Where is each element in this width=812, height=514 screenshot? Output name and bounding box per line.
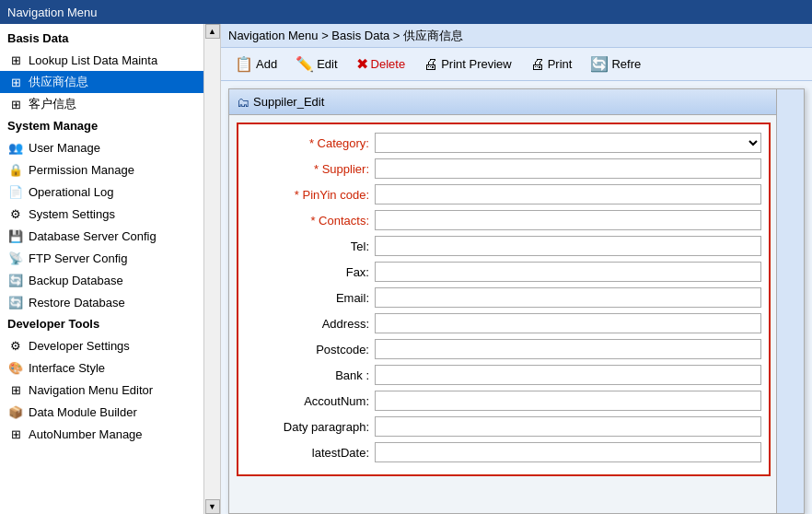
form-input-6[interactable] [375,287,761,308]
sidebar-item-operational_log[interactable]: 📄Operational Log [0,181,203,203]
sidebar-item-label: Lookup List Data Mainta [29,53,157,67]
sidebar-item-permission_manage[interactable]: 🔒Permission Manage [0,158,203,181]
toolbar-btn-label-refresh: Refre [611,57,641,71]
sidebar-item-icon: ⊞ [7,96,24,112]
sidebar-item-ftp_server[interactable]: 📡FTP Server Config [0,247,203,269]
form-row-4: Tel: [246,235,761,257]
form-input-2[interactable] [375,184,761,204]
panel-icon: 🗂 [237,95,249,110]
toolbar-btn-label-add: Add [256,57,277,71]
form-input-9[interactable] [375,365,761,385]
form-row-1: * Supplier: [246,158,761,180]
sidebar-item-icon: ⚙ [7,337,24,354]
sidebar-item-lookup[interactable]: ⊞Lookup List Data Mainta [0,49,203,71]
sidebar-item-label: Permission Manage [29,163,134,177]
toolbar-btn-edit[interactable]: ✏️Edit [287,52,345,76]
form-row-7: Address: [246,312,761,334]
form-row-3: * Contacts: [246,209,761,231]
sidebar-item-db_server[interactable]: 💾Database Server Config [0,225,203,247]
sidebar-item-icon: 🔒 [7,161,24,178]
panel-title-text: Suppiler_Edit [253,95,324,109]
sidebar-item-icon: 💾 [7,228,24,244]
form-label-5: Fax: [246,265,375,279]
toolbar-btn-icon-edit: ✏️ [296,55,314,73]
header-title: Navigation Menu [7,6,98,19]
toolbar-btn-label-delete: Delete [371,57,406,71]
form-input-11[interactable] [375,416,761,437]
toolbar-btn-print_preview[interactable]: 🖨Print Preview [415,53,520,76]
panel-area: 🗂 Suppiler_Edit ✕ * Category:* Supplier:… [221,81,812,514]
sidebar-item-icon: 🔄 [7,272,24,288]
scroll-down-arrow[interactable]: ▼ [205,499,220,514]
content-area: Navigation Menu > Basis Data > 供应商信息 📋Ad… [221,24,812,514]
form-row-12: latestDate: [246,441,761,463]
sidebar-item-label: FTP Server Config [29,251,127,265]
sidebar-item-label: Data Module Builder [29,405,137,419]
toolbar-btn-delete[interactable]: ✖Delete [348,52,414,76]
sidebar-item-supplier[interactable]: ⊞供应商信息 [0,71,203,93]
sidebar-scrollbar[interactable]: ▲ ▼ [203,24,220,514]
breadcrumb: Navigation Menu > Basis Data > 供应商信息 [221,24,812,48]
form-input-7[interactable] [375,313,761,333]
toolbar-btn-refresh[interactable]: 🔄Refre [582,52,649,76]
sidebar-item-icon: 📡 [7,250,24,266]
form-label-0: * Category: [246,136,375,150]
toolbar-btn-label-print: Print [548,57,573,71]
form-input-3[interactable] [375,210,761,230]
sidebar-group-title: Developer Tools [0,313,203,334]
form-container: * Category:* Supplier:* PinYin code:* Co… [229,115,804,513]
sidebar-item-icon: ⊞ [7,426,24,442]
sidebar-item-restore_db[interactable]: 🔄Restore Database [0,291,203,313]
sidebar-item-label: Restore Database [29,296,125,310]
toolbar-btn-add[interactable]: 📋Add [226,52,285,76]
form-row-10: AccoutNum: [246,390,761,412]
scroll-up-arrow[interactable]: ▲ [205,24,220,39]
form-label-8: Postcode: [246,343,375,356]
sidebar-content: Basis Data⊞Lookup List Data Mainta⊞供应商信息… [0,24,203,449]
sidebar-item-label: User Manage [29,141,100,155]
form-select-wrapper-0 [375,133,761,153]
toolbar-btn-icon-delete: ✖ [356,55,368,73]
sidebar-group-title: System Manage [0,115,203,136]
sidebar-item-nav_menu_editor[interactable]: ⊞Navigation Menu Editor [0,379,203,401]
form-row-2: * PinYin code: [246,183,761,205]
form-row-0: * Category: [246,132,761,154]
sidebar-item-label: AutoNumber Manage [29,427,143,441]
toolbar-btn-icon-print_preview: 🖨 [423,56,438,73]
sidebar-item-autonumber[interactable]: ⊞AutoNumber Manage [0,423,203,445]
sidebar-item-data_module[interactable]: 📦Data Module Builder [0,401,203,423]
sidebar-item-icon: ⊞ [7,52,24,68]
sidebar-item-user_manage[interactable]: 👥User Manage [0,136,203,158]
sidebar-item-label: Database Server Config [29,229,157,243]
form-input-12[interactable] [375,442,761,462]
sidebar: Basis Data⊞Lookup List Data Mainta⊞供应商信息… [0,24,221,514]
sidebar-group-title: Basis Data [0,28,203,49]
sidebar-item-icon: ⊞ [7,381,24,398]
form-input-8[interactable] [375,339,761,359]
form-input-5[interactable] [375,262,761,282]
sidebar-item-interface_style[interactable]: 🎨Interface Style [0,356,203,379]
edit-panel-title: 🗂 Suppiler_Edit [237,95,324,110]
sidebar-item-customer[interactable]: ⊞客户信息 [0,93,203,115]
edit-panel: 🗂 Suppiler_Edit ✕ * Category:* Supplier:… [228,88,805,514]
toolbar-btn-label-edit: Edit [317,57,337,71]
sidebar-item-system_settings[interactable]: ⚙System Settings [0,203,203,225]
sidebar-item-backup_db[interactable]: 🔄Backup Database [0,269,203,291]
form-label-3: * Contacts: [246,214,375,228]
form-label-2: * PinYin code: [246,188,375,202]
sidebar-item-icon: 📦 [7,403,24,420]
form-row-8: Postcode: [246,338,761,360]
form-row-9: Bank : [246,364,761,386]
form-label-1: * Supplier: [246,162,375,176]
toolbar-btn-print[interactable]: 🖨Print [522,53,581,76]
form-input-1[interactable] [375,158,761,179]
form-input-10[interactable] [375,391,761,411]
form-select-0[interactable] [375,133,761,153]
toolbar: 📋Add✏️Edit✖Delete🖨Print Preview🖨Print🔄Re… [221,48,812,81]
sidebar-item-icon: ⊞ [7,74,24,90]
sidebar-item-icon: 👥 [7,139,24,156]
edit-panel-header: 🗂 Suppiler_Edit ✕ [229,89,804,115]
header-bar: Navigation Menu [0,0,812,24]
form-input-4[interactable] [375,236,761,256]
sidebar-item-dev_settings[interactable]: ⚙Developer Settings [0,334,203,356]
